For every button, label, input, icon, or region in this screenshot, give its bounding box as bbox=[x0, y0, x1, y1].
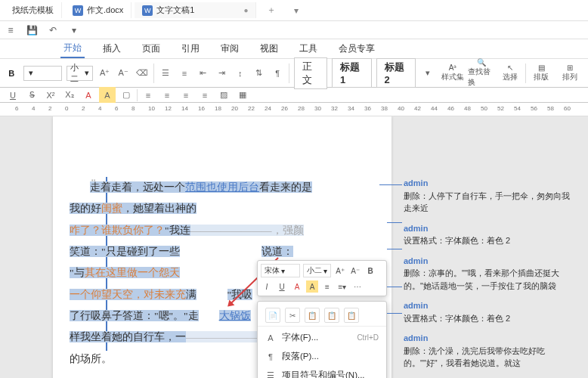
borders-icon[interactable]: ▦ bbox=[234, 87, 251, 104]
horizontal-ruler[interactable]: 6420246810121416182022242628303234363840… bbox=[0, 103, 588, 116]
ctx-bullets[interactable]: ☰项目符号和编号(N)... bbox=[258, 366, 386, 378]
mini-align-icon[interactable]: ≡▾ bbox=[336, 280, 348, 293]
sort-icon[interactable]: ⇅ bbox=[252, 65, 266, 82]
decrease-font-icon[interactable]: A⁻ bbox=[116, 65, 131, 82]
shading-icon[interactable]: ▨ bbox=[215, 87, 232, 104]
comment-connector bbox=[379, 184, 402, 185]
mini-more-icon[interactable]: ⋯ bbox=[351, 280, 364, 293]
font-size-dropdown[interactable]: 小二 ▾ bbox=[67, 66, 93, 81]
paragraph-mark-icon[interactable]: ¶ bbox=[271, 65, 285, 82]
indent-icon[interactable]: ⇥ bbox=[215, 65, 229, 82]
context-menu: 📄 ✂ 📋 📋 📋 A字体(F)...Ctrl+D ¶段落(P)... ☰项目符… bbox=[257, 301, 387, 378]
menu-reference[interactable]: 引用 bbox=[178, 40, 203, 57]
comment-item[interactable]: admin删除：人停下了自行车，手一把伞，匆匆向我走来近 bbox=[404, 177, 577, 215]
arrange-button[interactable]: ⊞排列 bbox=[556, 61, 583, 85]
paste-icon[interactable]: 📋 bbox=[305, 308, 320, 323]
new-tab-button[interactable]: ＋ bbox=[259, 2, 283, 19]
comments-pane: admin删除：人停下了自行车，手一把伞，匆匆向我走来近 admin设置格式：字… bbox=[404, 177, 577, 377]
tab-templates[interactable]: 找纸壳模板 bbox=[5, 2, 62, 18]
comment-item[interactable]: admin删除：凉事的。""哦，看来那个插曲还挺大的。"她话题地一笑，一手按住了… bbox=[404, 255, 577, 293]
copy-icon[interactable]: 📄 bbox=[265, 308, 280, 323]
align-right-icon[interactable]: ≡ bbox=[178, 87, 194, 104]
font-color-icon[interactable]: A bbox=[80, 87, 97, 104]
menu-tools[interactable]: 工具 bbox=[296, 40, 320, 57]
font-family-dropdown[interactable]: ▾ bbox=[23, 66, 63, 81]
bullet-list-icon[interactable]: ☰ bbox=[159, 65, 173, 82]
tab-doc1[interactable]: W作文.docx bbox=[65, 2, 132, 18]
menu-home[interactable]: 开始 bbox=[60, 39, 85, 58]
word-icon: W bbox=[73, 5, 83, 16]
mini-highlight-icon[interactable]: A bbox=[306, 280, 318, 293]
comment-connector bbox=[387, 287, 402, 287]
divider bbox=[153, 64, 154, 83]
ctx-paragraph[interactable]: ¶段落(P)... bbox=[258, 347, 386, 366]
comment-item[interactable]: admin设置格式：字体颜色：着色 2 bbox=[404, 299, 577, 324]
ctx-font[interactable]: A字体(F)...Ctrl+D bbox=[258, 328, 386, 347]
close-icon[interactable]: ● bbox=[243, 6, 248, 14]
quick-access-bar: ≡ 💾 ↶ ▾ bbox=[0, 21, 588, 39]
bold-button[interactable]: B bbox=[5, 65, 19, 82]
font-icon: A bbox=[265, 333, 276, 342]
highlight-icon[interactable]: A bbox=[99, 87, 116, 104]
menu-page[interactable]: 页面 bbox=[139, 40, 163, 57]
menu-member[interactable]: 会员专享 bbox=[336, 40, 378, 57]
search-icon[interactable]: ▾ bbox=[68, 24, 80, 36]
style-heading2[interactable]: 标题 2 bbox=[376, 58, 416, 88]
comment-connector bbox=[387, 313, 402, 314]
mini-bullets-icon[interactable]: ≡ bbox=[321, 280, 333, 293]
style-more-icon[interactable]: ▾ bbox=[420, 65, 435, 82]
strike-icon[interactable]: S̶ bbox=[23, 87, 40, 104]
comment-connector bbox=[387, 249, 402, 249]
menu-icon[interactable]: ≡ bbox=[5, 24, 17, 36]
align-left-icon[interactable]: ≡ bbox=[140, 87, 156, 104]
document-area: ⠿ 走着走着，远处一个范围也使用后台看走来的是 我的好闺蜜，她望着出神的 咋了？… bbox=[0, 116, 588, 378]
mini-italic-icon[interactable]: I bbox=[261, 280, 273, 293]
tab-menu-icon[interactable]: ▾ bbox=[286, 3, 306, 18]
mini-font-family[interactable]: 宋体▾ bbox=[261, 264, 300, 277]
clipboard-row: 📄 ✂ 📋 📋 📋 bbox=[258, 305, 386, 327]
mini-bold-icon[interactable]: B bbox=[364, 265, 376, 277]
paragraph-icon: ¶ bbox=[265, 352, 276, 361]
char-border-icon[interactable]: ▢ bbox=[118, 87, 135, 104]
mini-increase-font-icon[interactable]: A⁺ bbox=[334, 265, 346, 277]
divider bbox=[525, 64, 526, 83]
align-justify-icon[interactable]: ≡ bbox=[197, 87, 213, 104]
menu-bar: 开始 插入 页面 引用 审阅 视图 工具 会员专享 bbox=[0, 39, 588, 59]
superscript-icon[interactable]: X² bbox=[42, 87, 59, 104]
clear-format-icon[interactable]: ⌫ bbox=[135, 65, 150, 82]
comment-connector bbox=[387, 222, 402, 223]
tab-doc2[interactable]: W文字文稿1● bbox=[135, 2, 256, 18]
menu-review[interactable]: 审阅 bbox=[218, 40, 242, 57]
styles-button[interactable]: Aᵃ样式集 bbox=[439, 61, 466, 85]
undo-icon[interactable]: ↶ bbox=[47, 24, 59, 36]
paste-text-icon[interactable]: 📋 bbox=[344, 308, 359, 323]
mini-font-color-icon[interactable]: A bbox=[291, 280, 303, 293]
style-normal[interactable]: 正文 bbox=[294, 57, 327, 89]
line-spacing-icon[interactable]: ↕ bbox=[234, 65, 248, 82]
paste-special-icon[interactable]: 📋 bbox=[324, 308, 339, 323]
select-button[interactable]: ↖选择 bbox=[497, 61, 524, 85]
ribbon-row2: U S̶ X² X₂ A A ▢ ≡ ≡ ≡ ≡ ▨ ▦ bbox=[0, 88, 588, 103]
bullets-icon: ☰ bbox=[265, 370, 276, 378]
style-heading1[interactable]: 标题 1 bbox=[332, 58, 372, 88]
save-icon[interactable]: 💾 bbox=[26, 24, 38, 36]
mini-font-size[interactable]: 小二▾ bbox=[303, 264, 331, 277]
underline-icon[interactable]: U bbox=[5, 87, 21, 104]
mini-decrease-font-icon[interactable]: A⁻ bbox=[349, 265, 361, 277]
mini-toolbar: 宋体▾ 小二▾ A⁺ A⁻ B I U A A ≡ ≡▾ ⋯ bbox=[257, 260, 387, 296]
layout-button[interactable]: ▤排版 bbox=[528, 61, 555, 85]
mini-underline-icon[interactable]: U bbox=[276, 280, 288, 293]
subscript-icon[interactable]: X₂ bbox=[61, 87, 78, 104]
divider bbox=[289, 64, 289, 83]
outdent-icon[interactable]: ⇤ bbox=[196, 65, 210, 82]
cut-icon[interactable]: ✂ bbox=[285, 308, 300, 323]
increase-font-icon[interactable]: A⁺ bbox=[97, 65, 112, 82]
menu-view[interactable]: 视图 bbox=[257, 40, 281, 57]
comment-item[interactable]: admin删除：洗个澡，洗完后我带你去吃好吃的。""好"，我看着她说道。就这 bbox=[404, 332, 577, 370]
ribbon: B ▾ 小二 ▾ A⁺ A⁻ ⌫ ☰ ≡ ⇤ ⇥ ↕ ⇅ ¶ 正文 标题 1 标… bbox=[0, 59, 588, 88]
number-list-icon[interactable]: ≡ bbox=[178, 65, 192, 82]
comment-item[interactable]: admin设置格式：字体颜色：着色 2 bbox=[404, 222, 577, 247]
menu-insert[interactable]: 插入 bbox=[100, 40, 124, 57]
align-center-icon[interactable]: ≡ bbox=[159, 87, 175, 104]
find-replace-button[interactable]: 🔍查找替换 bbox=[468, 61, 495, 85]
